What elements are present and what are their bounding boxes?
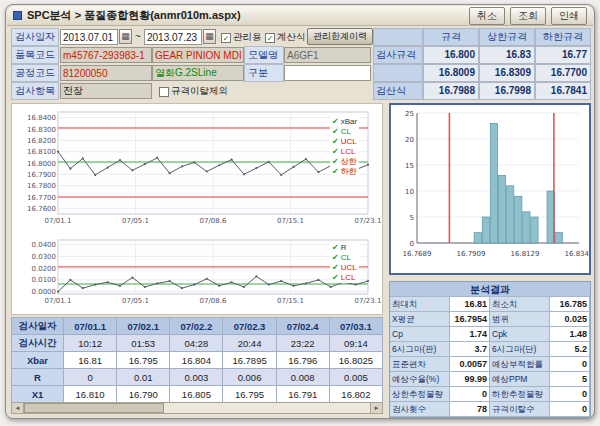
hist-bar bbox=[523, 212, 530, 243]
hist-y-tick-label: 10 bbox=[405, 188, 414, 196]
row-label: X1 bbox=[12, 386, 64, 403]
spec-header-cell: 상한규격 bbox=[479, 28, 535, 46]
search-button[interactable]: 조회 bbox=[510, 7, 546, 25]
spec-header-cell bbox=[373, 28, 423, 46]
analysis-label: Cp bbox=[390, 327, 450, 342]
titlebar: SPC분석 > 품질종합현황(anmr010m.aspx) 취소 조회 인쇄 bbox=[7, 6, 593, 26]
legend-checkbox-icon[interactable]: ✔ bbox=[332, 137, 339, 146]
print-button[interactable]: 인쇄 bbox=[551, 7, 587, 25]
spec-value-cell: 16.7998 bbox=[479, 82, 535, 100]
analysis-label: 예상부적합률 bbox=[490, 357, 550, 372]
cancel-button[interactable]: 취소 bbox=[469, 7, 505, 25]
analysis-label: 최대치 bbox=[390, 297, 450, 312]
process-name-field[interactable] bbox=[152, 65, 244, 81]
scroll-right-arrow[interactable]: ► bbox=[370, 403, 382, 413]
analysis-label: 6시그마(단) bbox=[490, 342, 550, 357]
legend-checkbox-icon[interactable]: ✔ bbox=[332, 243, 339, 252]
process-code-field[interactable] bbox=[60, 65, 152, 81]
insp-item-field[interactable] bbox=[60, 83, 152, 99]
horizontal-scrollbar[interactable]: ◄ ► bbox=[11, 402, 383, 414]
x-tick-label: 07/08.6 bbox=[200, 217, 227, 225]
date-from-input[interactable] bbox=[60, 29, 118, 45]
calendar-icon[interactable]: ▦ bbox=[119, 29, 132, 44]
calendar-icon[interactable]: ▦ bbox=[203, 29, 216, 44]
y-tick-label: 0.0100 bbox=[32, 276, 57, 284]
table-cell: 16.810 bbox=[64, 386, 117, 403]
table-cell: 16.804 bbox=[170, 352, 223, 369]
table-cell: 0 bbox=[64, 369, 117, 386]
hist-bar bbox=[515, 196, 522, 243]
table-cell: 0.005 bbox=[329, 369, 382, 386]
inspection-data-grid: 검사일자07/01.107/02.107/02.207/02.307/02.40… bbox=[11, 317, 383, 403]
hist-y-tick-label: 0 bbox=[410, 240, 414, 248]
analysis-value: 0 bbox=[450, 387, 490, 402]
legend-checkbox-icon[interactable]: ✔ bbox=[332, 157, 339, 166]
calc-checkbox[interactable]: ✓ 계산식 bbox=[265, 31, 306, 44]
hist-y-tick-label: 25 bbox=[405, 110, 414, 118]
table-cell: 23:22 bbox=[276, 335, 329, 352]
table-cell: 16.7895 bbox=[223, 352, 276, 369]
legend-checkbox-icon[interactable]: ✔ bbox=[332, 253, 339, 262]
manage-checkbox[interactable]: ✓ 관리용 bbox=[221, 31, 262, 44]
table-cell: 16.796 bbox=[276, 352, 329, 369]
x-tick-label: 07/15.1 bbox=[277, 297, 304, 305]
date-column-header: 07/02.1 bbox=[117, 318, 170, 335]
x-tick-label: 07/23.1 bbox=[355, 217, 382, 225]
analysis-value: 1.48 bbox=[550, 327, 590, 342]
legend-checkbox-icon[interactable]: ✔ bbox=[332, 167, 339, 176]
legend-checkbox-icon[interactable]: ✔ bbox=[332, 273, 339, 282]
table-cell: 16.802 bbox=[329, 386, 382, 403]
model-field[interactable] bbox=[284, 47, 371, 63]
legend-item[interactable]: ✔xBar bbox=[332, 117, 357, 126]
table-cell: 04:28 bbox=[170, 335, 223, 352]
legend-checkbox-icon[interactable]: ✔ bbox=[332, 147, 339, 156]
hist-bar bbox=[531, 217, 538, 243]
legend-checkbox-icon[interactable]: ✔ bbox=[332, 117, 339, 126]
item-code-field[interactable] bbox=[60, 47, 152, 63]
legend-item[interactable]: ✔UCL bbox=[332, 137, 357, 146]
spec-exclude-checkbox[interactable]: 규격이탈제외 bbox=[159, 85, 228, 98]
analysis-label: Cpk bbox=[490, 327, 550, 342]
spec-value-cell: 16.8009 bbox=[423, 64, 479, 82]
legend-item[interactable]: ✔R bbox=[332, 243, 357, 252]
control-charts-svg: 07/01.107/05.107/08.607/15.107/23.116.84… bbox=[12, 104, 382, 314]
legend-label: LCL bbox=[341, 147, 356, 156]
legend-checkbox-icon[interactable]: ✔ bbox=[332, 263, 339, 272]
legend-item[interactable]: ✔LCL bbox=[332, 147, 357, 156]
checkbox-icon[interactable] bbox=[159, 87, 169, 97]
control-limit-history-button[interactable]: 관리한계이력 bbox=[307, 28, 373, 45]
table-row: R00.010.0030.0060.0080.005 bbox=[12, 369, 383, 386]
x-tick-label: 07/01.1 bbox=[45, 297, 72, 305]
table-corner-header: 검사일자 bbox=[12, 318, 64, 335]
gubun-field[interactable] bbox=[284, 65, 371, 81]
analysis-value: 16.7954 bbox=[450, 312, 490, 327]
analysis-value: 99.99 bbox=[450, 372, 490, 387]
legend-label: CL bbox=[341, 127, 351, 136]
hist-bar bbox=[490, 123, 497, 243]
scroll-track[interactable] bbox=[24, 403, 370, 413]
analysis-value: 78 bbox=[450, 402, 490, 417]
checkbox-icon[interactable]: ✓ bbox=[265, 33, 275, 43]
app-window: SPC분석 > 품질종합현황(anmr010m.aspx) 취소 조회 인쇄 검… bbox=[5, 4, 595, 419]
legend-checkbox-icon[interactable]: ✔ bbox=[332, 127, 339, 136]
analysis-value: 0 bbox=[550, 402, 590, 417]
scroll-thumb[interactable] bbox=[24, 403, 164, 413]
scroll-left-arrow[interactable]: ◄ bbox=[12, 403, 24, 413]
item-name-field[interactable] bbox=[152, 47, 244, 63]
legend-item[interactable]: ✔상한 bbox=[332, 157, 357, 166]
table-cell: 0.006 bbox=[223, 369, 276, 386]
legend-item[interactable]: ✔UCL bbox=[332, 263, 357, 272]
table-cell: 10:12 bbox=[64, 335, 117, 352]
analysis-value: 3.7 bbox=[450, 342, 490, 357]
legend-item[interactable]: ✔CL bbox=[332, 253, 357, 262]
legend-item[interactable]: ✔LCL bbox=[332, 273, 357, 282]
y-tick-label: 16.7900 bbox=[27, 171, 56, 179]
date-to-input[interactable] bbox=[144, 29, 202, 45]
y-tick-label: 16.8100 bbox=[27, 148, 56, 156]
legend-item[interactable]: ✔하한 bbox=[332, 167, 357, 176]
y-tick-label: 16.8300 bbox=[27, 126, 56, 134]
analysis-value: 16.81 bbox=[450, 297, 490, 312]
legend-item[interactable]: ✔CL bbox=[332, 127, 357, 136]
checkbox-icon[interactable]: ✓ bbox=[221, 33, 231, 43]
y-tick-label: 16.8000 bbox=[27, 160, 56, 168]
